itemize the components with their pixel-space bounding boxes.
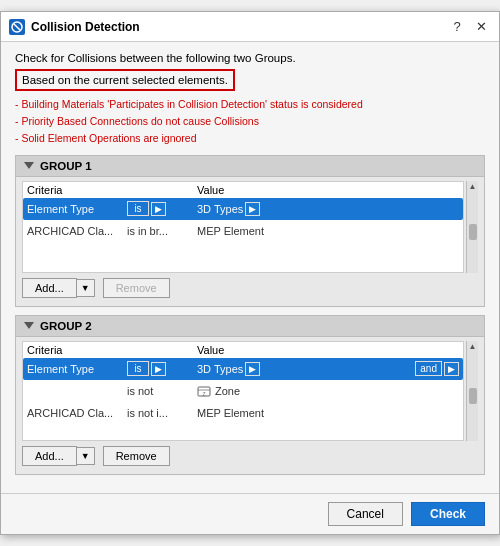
group2-button-row: Add... ▼ Remove [22, 446, 478, 466]
group2-section: GROUP 2 Criteria Value Element Type [15, 315, 485, 475]
group1-label: GROUP 1 [40, 160, 92, 172]
group2-r1-criteria: Element Type [27, 363, 127, 375]
note-1: - Building Materials 'Participates in Co… [15, 96, 485, 113]
dialog-title: Collision Detection [31, 20, 441, 34]
group2-r3-op-text: is not i... [127, 407, 168, 419]
group2-col-value: Value [197, 344, 459, 356]
group1-table: Criteria Value Element Type is ▶ [22, 181, 464, 273]
group2-r3-operator: is not i... [127, 407, 197, 419]
zone-icon: Z [197, 384, 211, 398]
group2-r3-criteria: ARCHICAD Cla... [27, 407, 127, 419]
highlight-box: Based on the current selected elements. [15, 69, 235, 91]
group2-row-1[interactable]: Element Type is ▶ 3D Types ▶ and [23, 358, 463, 380]
note-3: - Solid Element Operations are ignored [15, 130, 485, 147]
close-button[interactable]: ✕ [471, 17, 491, 37]
group1-add-dropdown[interactable]: ▼ [77, 279, 95, 297]
group2-r1-op-arrow[interactable]: ▶ [151, 362, 166, 376]
group1-r2-op-text: is in br... [127, 225, 168, 237]
group2-r1-value-arrow[interactable]: ▶ [245, 362, 260, 376]
group2-r1-value: 3D Types ▶ [197, 362, 411, 376]
title-bar-controls: ? ✕ [447, 17, 491, 37]
group1-scroll-up[interactable]: ▲ [469, 183, 477, 191]
group1-r1-op-arrow[interactable]: ▶ [151, 202, 166, 216]
group1-r2-operator: is in br... [127, 225, 197, 237]
group1-r2-criteria: ARCHICAD Cla... [27, 225, 127, 237]
group1-collapse-icon[interactable] [24, 162, 34, 169]
group2-r3-value: MEP Element [197, 407, 459, 419]
dialog-footer: Cancel Check [1, 493, 499, 534]
group2-label: GROUP 2 [40, 320, 92, 332]
collision-detection-dialog: Collision Detection ? ✕ Check for Collis… [0, 11, 500, 534]
group2-r1-and-arrow[interactable]: ▶ [444, 362, 459, 376]
dialog-icon [9, 19, 25, 35]
group1-add-button[interactable]: Add... [22, 278, 77, 298]
title-bar: Collision Detection ? ✕ [1, 12, 499, 42]
group1-table-header: Criteria Value [23, 182, 463, 198]
group2-header: GROUP 2 [16, 316, 484, 337]
group2-scrollbar[interactable]: ▲ [466, 341, 478, 441]
group2-r1-operator[interactable]: is ▶ [127, 361, 197, 376]
group1-r1-value: 3D Types ▶ [197, 202, 459, 216]
group2-r2-value: Z Zone [197, 384, 459, 398]
group1-table-wrapper: Criteria Value Element Type is ▶ [22, 181, 478, 273]
group1-section: GROUP 1 Criteria Value Element Type [15, 155, 485, 307]
group1-header: GROUP 1 [16, 156, 484, 177]
group1-remove-button[interactable]: Remove [103, 278, 170, 298]
group2-col-criteria: Criteria [27, 344, 127, 356]
description-text: Check for Collisions between the followi… [15, 52, 485, 64]
group2-r1-op-box[interactable]: is [127, 361, 149, 376]
group2-add-dropdown[interactable]: ▼ [77, 447, 95, 465]
notes-list: - Building Materials 'Participates in Co… [15, 96, 485, 146]
group2-table: Criteria Value Element Type is ▶ [22, 341, 464, 441]
group2-r2-value-text: Zone [215, 385, 240, 397]
group1-r2-value: MEP Element [197, 225, 459, 237]
group1-r2-value-text: MEP Element [197, 225, 264, 237]
group2-table-wrapper: Criteria Value Element Type is ▶ [22, 341, 478, 441]
group1-col-value: Value [197, 184, 459, 196]
group1-col-criteria: Criteria [27, 184, 127, 196]
svg-text:Z: Z [202, 391, 205, 397]
group2-r3-value-text: MEP Element [197, 407, 264, 419]
group2-scroll-thumb[interactable] [469, 388, 477, 404]
group1-row-2[interactable]: ARCHICAD Cla... is in br... MEP Element [23, 220, 463, 242]
group2-row-2[interactable]: is not Z Zone [23, 380, 463, 402]
group1-r1-criteria: Element Type [27, 203, 127, 215]
group2-r1-and: and ▶ [415, 361, 459, 376]
svg-line-1 [14, 24, 20, 30]
group2-r1-value-text: 3D Types [197, 363, 243, 375]
group2-content: Criteria Value Element Type is ▶ [16, 337, 484, 474]
group1-r1-value-text: 3D Types [197, 203, 243, 215]
group1-scroll-thumb[interactable] [469, 224, 477, 240]
group2-add-button[interactable]: Add... [22, 446, 77, 466]
group1-content: Criteria Value Element Type is ▶ [16, 177, 484, 306]
group2-row-3[interactable]: ARCHICAD Cla... is not i... MEP Element [23, 402, 463, 424]
note-2: - Priority Based Connections do not caus… [15, 113, 485, 130]
dialog-body: Check for Collisions between the followi… [1, 42, 499, 492]
group2-r1-and-label[interactable]: and [415, 361, 442, 376]
cancel-button[interactable]: Cancel [328, 502, 403, 526]
group1-row-1[interactable]: Element Type is ▶ 3D Types ▶ [23, 198, 463, 220]
group1-r1-operator[interactable]: is ▶ [127, 201, 197, 216]
help-button[interactable]: ? [447, 17, 467, 37]
group2-remove-button[interactable]: Remove [103, 446, 170, 466]
group2-collapse-icon[interactable] [24, 322, 34, 329]
group1-scrollbar[interactable]: ▲ [466, 181, 478, 273]
group1-button-row: Add... ▼ Remove [22, 278, 478, 298]
check-button[interactable]: Check [411, 502, 485, 526]
group2-table-header: Criteria Value [23, 342, 463, 358]
group1-r1-value-arrow[interactable]: ▶ [245, 202, 260, 216]
group2-scroll-up[interactable]: ▲ [469, 343, 477, 351]
group1-r1-op-box[interactable]: is [127, 201, 149, 216]
group2-r2-operator: is not [127, 385, 197, 397]
group2-r2-op-text: is not [127, 385, 153, 397]
